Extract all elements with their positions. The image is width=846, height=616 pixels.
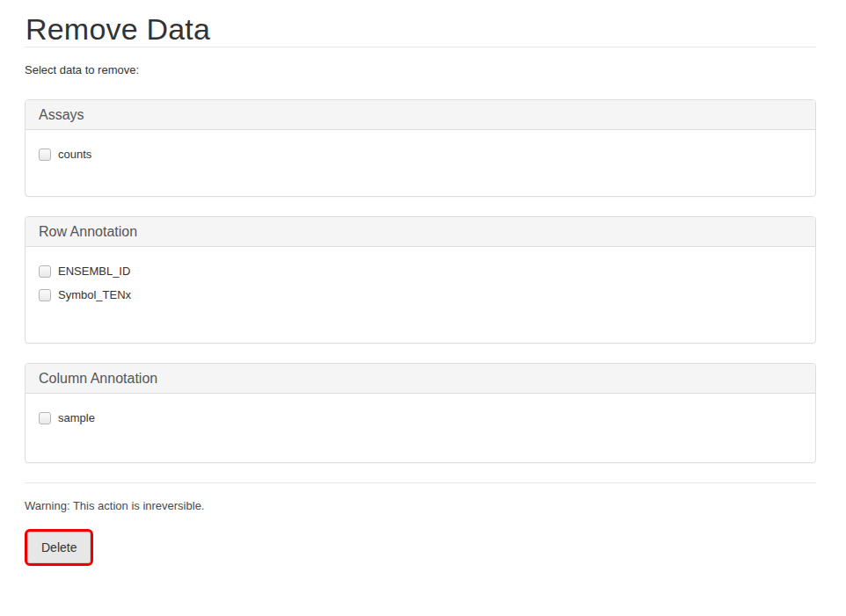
panel-column-annotation-header: Column Annotation (26, 364, 815, 394)
checkbox-sample-label: sample (58, 410, 95, 426)
panel-column-annotation: Column Annotation sample (25, 363, 816, 463)
button-row: Delete (25, 532, 816, 584)
checkbox-symbol-tenx-label: Symbol_TENx (58, 287, 131, 303)
header-divider (25, 47, 816, 47)
checkbox-ensembl-id-label: ENSEMBL_ID (58, 264, 130, 279)
checkbox-symbol-tenx[interactable] (39, 289, 51, 301)
panel-assays-header: Assays (26, 100, 815, 130)
checkbox-row-symbol-tenx[interactable]: Symbol_TENx (39, 286, 802, 304)
warning-text: Warning: This action is inreversible. (25, 498, 816, 514)
remove-data-page: Remove Data Select data to remove: Assay… (0, 0, 846, 616)
checkbox-row-counts[interactable]: counts (39, 146, 802, 163)
delete-button[interactable]: Delete (27, 532, 91, 563)
panel-row-annotation-title: Row Annotation (39, 224, 137, 239)
checkbox-ensembl-id[interactable] (39, 265, 51, 278)
panel-assays: Assays counts (25, 99, 816, 197)
panel-assays-title: Assays (39, 107, 84, 122)
panel-column-annotation-title: Column Annotation (39, 371, 157, 386)
panel-row-annotation-header: Row Annotation (26, 217, 815, 247)
page-title: Remove Data (26, 11, 816, 47)
checkbox-sample[interactable] (39, 412, 51, 424)
checkbox-row-ensembl-id[interactable]: ENSEMBL_ID (39, 263, 802, 280)
panel-row-annotation-body: ENSEMBL_ID Symbol_TENx (26, 247, 815, 343)
checkbox-counts[interactable] (39, 149, 51, 161)
panel-row-annotation: Row Annotation ENSEMBL_ID Symbol_TENx (25, 216, 816, 344)
panel-assays-body: counts (26, 130, 815, 196)
select-data-label: Select data to remove: (25, 62, 816, 78)
footer-divider (25, 482, 816, 483)
checkbox-counts-label: counts (58, 147, 91, 163)
panel-column-annotation-body: sample (26, 394, 815, 462)
checkbox-row-sample[interactable]: sample (39, 409, 802, 427)
main-content: Remove Data Select data to remove: Assay… (25, 11, 816, 584)
